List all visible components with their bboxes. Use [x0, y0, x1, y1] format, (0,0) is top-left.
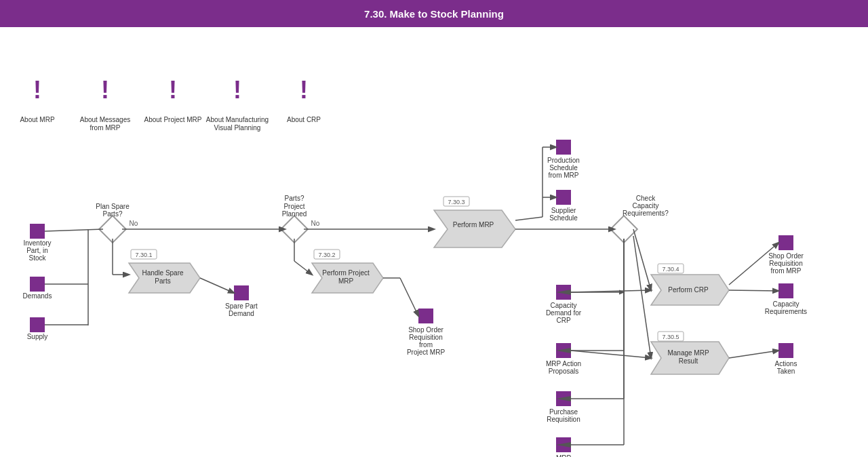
line-mrp-prodsched [515, 217, 542, 220]
perform-crp-label: Perform CRP [668, 286, 709, 294]
svg-text:Visual Planning: Visual Planning [214, 124, 261, 132]
shop-order-project-label: Shop Order [408, 326, 443, 334]
svg-text:Planned: Planned [282, 210, 307, 218]
diagram-svg: ! About MRP ! About Messages from MRP ! … [0, 27, 868, 457]
svg-text:from MRP: from MRP [90, 124, 121, 132]
svg-text:CRP: CRP [556, 317, 570, 324]
gateway-spare-diamond [99, 216, 126, 243]
svg-text:Requirements: Requirements [765, 308, 807, 315]
gateway-project-diamond [281, 216, 308, 243]
svg-text:Demand: Demand [229, 310, 254, 317]
capacity-req-label: Capacity [773, 300, 800, 308]
badge-3-label: 7.30.3 [448, 199, 465, 205]
actions-taken-label: Actions [775, 360, 797, 367]
badge-1-label: 7.30.1 [135, 252, 152, 258]
svg-text:Requisition: Requisition [409, 334, 442, 341]
line-gw3-crp [633, 229, 651, 290]
svg-text:from MRP: from MRP [549, 172, 579, 179]
manage-mrp-label: Manage MRP [667, 349, 709, 357]
inventory-label: Inventory [23, 239, 51, 247]
supplier-schedule-label: Supplier [551, 207, 576, 214]
svg-text:Requirements?: Requirements? [623, 210, 669, 217]
actions-taken-icon [778, 343, 793, 358]
about-manufacturing-label: About Manufacturing [206, 116, 269, 123]
mrp-action-label: MRP Action [546, 360, 581, 367]
supply-icon [30, 317, 45, 332]
line-action-manage [571, 351, 651, 358]
perform-mrp-label: Perform MRP [453, 221, 494, 228]
svg-text:Parts?: Parts? [103, 210, 123, 218]
badge-5-label: 7.30.5 [662, 334, 679, 340]
badge-2-label: 7.30.2 [318, 252, 335, 258]
demands-label: Demands [23, 292, 52, 300]
svg-text:Stock: Stock [28, 254, 46, 262]
no2-label: No [311, 220, 320, 227]
line-crp-capreq [729, 290, 778, 291]
svg-text:Parts?: Parts? [285, 195, 304, 202]
about-manufacturing-icon[interactable]: ! [233, 76, 241, 104]
svg-text:from MRP: from MRP [771, 267, 802, 275]
line-spare-demand [200, 278, 234, 293]
handle-spare-label: Handle Spare [142, 269, 184, 277]
svg-text:Parts: Parts [155, 277, 170, 285]
spare-demand-icon [234, 285, 249, 300]
no1-label: No [130, 220, 138, 227]
shop-order-mrp-label: Shop Order [768, 252, 804, 260]
svg-text:from: from [419, 341, 433, 349]
line-manage-actions [729, 351, 778, 358]
capacity-demand-label: Capacity [551, 302, 577, 309]
line-gw2-proj [294, 261, 312, 275]
svg-text:Proposals: Proposals [549, 367, 578, 375]
supplier-schedule-icon [556, 190, 571, 205]
svg-text:MRP: MRP [338, 277, 354, 285]
line-gw3-manage [633, 236, 651, 358]
spare-demand-label: Spare Part [225, 302, 258, 310]
svg-text:Demand for: Demand for [546, 309, 582, 317]
svg-text:Requisition: Requisition [769, 260, 802, 267]
purchase-req-label: Purchase [549, 408, 578, 416]
page-title: 7.30. Make to Stock Planning [364, 8, 504, 20]
perform-mrp-shape[interactable] [434, 210, 515, 247]
svg-text:Result: Result [679, 357, 698, 365]
demands-icon [30, 277, 45, 292]
about-mrp-label: About MRP [20, 116, 54, 123]
badge-4-label: 7.30.4 [662, 266, 679, 273]
inventory-icon [30, 224, 45, 239]
about-project-label: About Project MRP [144, 116, 201, 123]
about-crp-label: About CRP [287, 116, 321, 123]
about-messages-label: About Messages [80, 116, 131, 123]
svg-text:Taken: Taken [777, 367, 795, 375]
supply-label: Supply [27, 333, 48, 340]
svg-text:Capacity: Capacity [633, 202, 659, 210]
plan-spare-label: Plan Spare [96, 203, 130, 210]
svg-text:Part, in: Part, in [26, 247, 48, 254]
capacity-req-icon [778, 283, 793, 298]
svg-text:Schedule: Schedule [549, 214, 578, 222]
check-capacity-label: Check [636, 195, 656, 202]
perform-project-mrp-label: Perform Project [322, 269, 370, 277]
line-proj-shoporder2 [400, 278, 418, 316]
svg-text:Requisition: Requisition [547, 416, 580, 423]
about-crp-icon[interactable]: ! [300, 76, 308, 104]
mrp-planned-label: MRP [556, 454, 572, 457]
canvas: ! About MRP ! About Messages from MRP ! … [0, 27, 868, 457]
shop-order-mrp-icon [778, 235, 793, 250]
prod-schedule-label: Production [547, 157, 580, 164]
svg-text:Schedule: Schedule [549, 164, 578, 172]
line-inventory-gateway1 [45, 229, 103, 231]
shop-order-project-icon [418, 309, 433, 323]
header: 7.30. Make to Stock Planning [0, 0, 868, 27]
project-planned-label: Project [283, 203, 304, 210]
about-messages-icon[interactable]: ! [101, 76, 109, 104]
prod-schedule-icon [556, 140, 571, 155]
about-project-icon[interactable]: ! [169, 76, 177, 104]
about-mrp-icon[interactable]: ! [33, 76, 41, 104]
svg-text:Project MRP: Project MRP [407, 349, 445, 356]
